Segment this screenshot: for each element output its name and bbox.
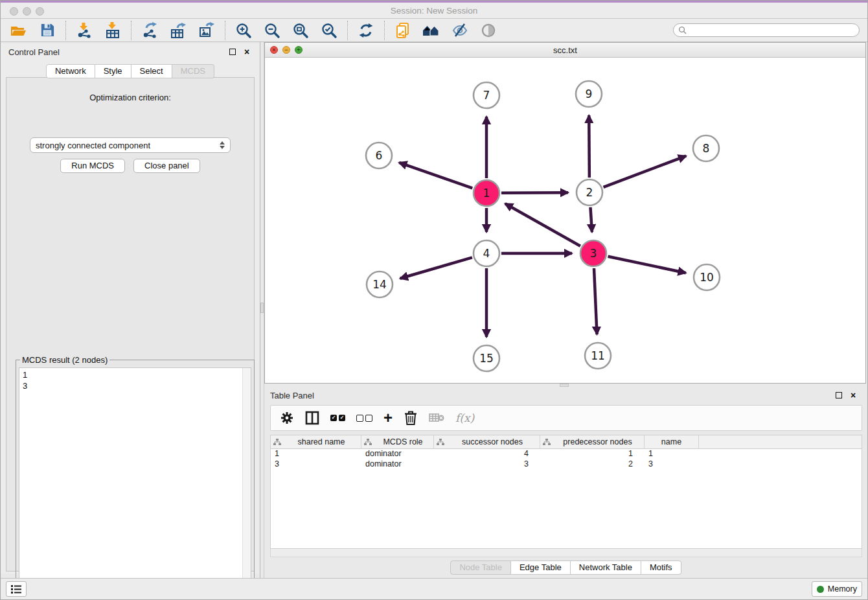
search-box[interactable] [673, 23, 860, 37]
graph-edge-2-8[interactable] [604, 156, 687, 187]
network-canvas[interactable]: 7968124314101511 [265, 58, 865, 383]
list-icon [11, 585, 21, 594]
column-header-name[interactable]: name [645, 435, 699, 448]
close-panel-button[interactable]: × [242, 47, 252, 57]
apply-function-icon[interactable]: f(x) [455, 410, 474, 426]
graph-node-label-9: 9 [586, 87, 593, 100]
tab-edge-table[interactable]: Edge Table [511, 560, 571, 575]
tab-style[interactable]: Style [95, 64, 131, 78]
zoom-in-icon[interactable] [234, 21, 253, 40]
show-columns-icon[interactable] [305, 410, 319, 426]
graph-node-label-15: 15 [479, 352, 494, 365]
close-table-panel-button[interactable]: × [848, 390, 858, 400]
show-panels-list-button[interactable] [6, 581, 27, 597]
graph-edge-2-9[interactable] [589, 115, 589, 178]
deselect-all-columns-icon[interactable] [356, 410, 372, 426]
graph-node-label-8: 8 [703, 142, 710, 155]
graph-node-label-7: 7 [483, 89, 490, 102]
add-row-icon[interactable]: + [383, 410, 393, 426]
tab-select[interactable]: Select [131, 64, 172, 78]
export-image-icon[interactable] [198, 21, 216, 40]
save-session-icon[interactable] [38, 21, 56, 40]
table-cell[interactable]: 1 [645, 449, 699, 459]
table-cell[interactable]: 1 [540, 449, 645, 459]
search-icon [678, 26, 687, 34]
float-table-panel-button[interactable] [834, 390, 844, 400]
result-scrollbar[interactable] [242, 368, 251, 599]
column-header-predecessor-nodes[interactable]: predecessor nodes [540, 435, 645, 448]
graph-edge-3-11[interactable] [594, 268, 597, 334]
graph-node-label-3: 3 [590, 247, 597, 260]
table-row[interactable]: 1dominator411 [271, 449, 862, 459]
criterion-value: strongly connected component [36, 141, 220, 150]
graph-edge-1-2[interactable] [501, 192, 568, 193]
graph-node-label-10: 10 [700, 271, 714, 284]
table-cell[interactable]: dominator [361, 449, 434, 459]
memory-label: Memory [828, 584, 857, 594]
table-cell[interactable]: 3 [271, 459, 361, 470]
select-all-columns-icon[interactable]: ✓✓ [330, 410, 345, 426]
network-window-titlebar: × − + scc.txt [265, 43, 865, 58]
zoom-out-icon[interactable] [263, 21, 281, 40]
graph-edge-3-10[interactable] [608, 257, 686, 273]
memory-button[interactable]: Memory [812, 581, 862, 597]
column-header-successor-nodes[interactable]: successor nodes [434, 435, 540, 448]
open-session-icon[interactable] [10, 21, 28, 40]
export-table-icon[interactable] [169, 21, 187, 40]
graph-edge-3-1[interactable] [505, 203, 580, 246]
table-row[interactable]: 3dominator323 [271, 459, 862, 470]
criterion-dropdown[interactable]: strongly connected component [30, 137, 231, 153]
zoom-fit-icon[interactable] [291, 21, 310, 40]
network-window-title: scc.txt [265, 43, 865, 58]
tab-network-table[interactable]: Network Table [571, 560, 641, 575]
table-cell[interactable]: 3 [434, 459, 540, 470]
close-panel-button2[interactable]: Close panel [133, 159, 200, 173]
delete-row-icon[interactable] [404, 410, 418, 426]
tab-motifs[interactable]: Motifs [641, 560, 681, 575]
node-table: shared nameMCDS rolesuccessor nodesprede… [270, 435, 862, 549]
table-settings-icon[interactable] [280, 410, 294, 426]
splitter-grip[interactable] [260, 303, 264, 313]
zoom-selected-icon[interactable] [320, 21, 338, 40]
optimization-criterion-label: Optimization criterion: [6, 93, 254, 102]
graph-edge-1-6[interactable] [399, 163, 472, 189]
table-toolbar: ✓✓ + f(x) [270, 405, 862, 431]
hide-selected-icon[interactable] [451, 21, 469, 40]
table-cell[interactable]: dominator [361, 459, 434, 470]
table-panel-title: Table Panel [270, 391, 314, 400]
duplicate-network-icon[interactable] [394, 21, 412, 40]
import-network-icon[interactable] [75, 21, 93, 40]
dropdown-stepper-icon [220, 141, 225, 149]
export-network-icon[interactable] [141, 21, 159, 40]
delete-table-icon[interactable] [429, 410, 444, 426]
table-cell[interactable]: 2 [540, 459, 645, 470]
table-scrollbar[interactable] [270, 549, 862, 557]
tab-network[interactable]: Network [46, 64, 95, 78]
graph-node-label-2: 2 [586, 186, 593, 199]
network-graph: 7968124314101511 [265, 58, 865, 383]
table-cell[interactable]: 4 [434, 449, 540, 459]
run-mcds-button[interactable]: Run MCDS [60, 159, 125, 173]
column-header-MCDS-role[interactable]: MCDS role [361, 435, 434, 448]
mcds-tab-content: Optimization criterion: strongly connect… [6, 77, 255, 571]
vertical-splitter[interactable] [260, 42, 264, 579]
tab-mcds[interactable]: MCDS [172, 64, 214, 78]
control-panel: Control Panel × NetworkStyleSelectMCDS O… [1, 43, 260, 573]
column-header-shared-name[interactable]: shared name [271, 435, 361, 448]
table-cell[interactable]: 1 [271, 449, 361, 459]
graph-edge-2-3[interactable] [590, 207, 591, 232]
graph-edge-4-14[interactable] [400, 257, 472, 278]
import-table-icon[interactable] [104, 21, 122, 40]
tab-node-table[interactable]: Node Table [450, 560, 511, 575]
home-first-neighbors-icon[interactable] [422, 21, 440, 40]
window-title: Session: New Session [1, 3, 867, 19]
mcds-result-group: MCDS result (2 nodes) 1 3 [16, 355, 255, 600]
refresh-network-icon[interactable] [357, 21, 375, 40]
graph-node-label-11: 11 [591, 349, 605, 362]
table-cell[interactable]: 3 [645, 459, 699, 470]
search-input[interactable] [689, 25, 854, 36]
show-all-icon[interactable] [479, 21, 497, 40]
float-panel-button[interactable] [227, 47, 238, 57]
mcds-result-text[interactable]: 1 3 [19, 368, 242, 599]
table-header: shared nameMCDS rolesuccessor nodesprede… [271, 435, 862, 449]
